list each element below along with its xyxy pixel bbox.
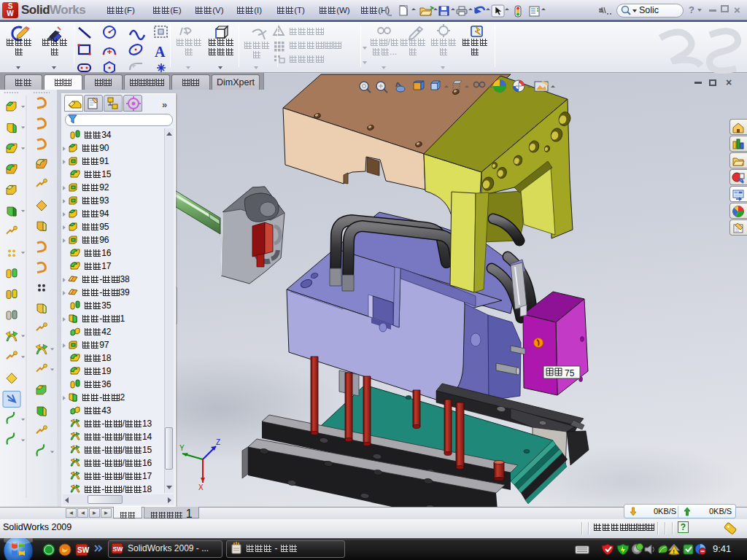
svg-text:!: ! bbox=[673, 548, 675, 555]
svg-text:SW: SW bbox=[113, 545, 124, 553]
svg-text:Z: Z bbox=[216, 438, 220, 446]
svg-text:A: A bbox=[155, 44, 166, 60]
svg-text:75: 75 bbox=[565, 368, 575, 378]
svg-text:SW: SW bbox=[77, 546, 90, 554]
svg-text:Y: Y bbox=[179, 444, 185, 452]
svg-text:X: X bbox=[198, 483, 204, 491]
